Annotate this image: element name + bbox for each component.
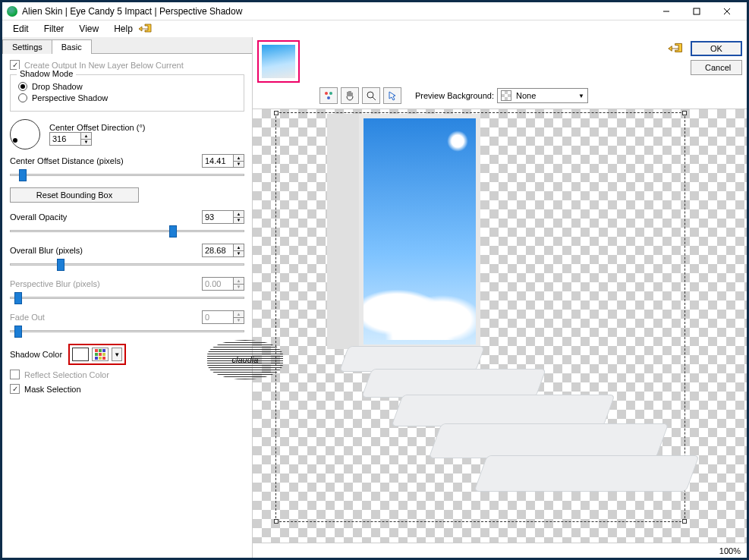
preview-bg-select[interactable]: None ▼ — [497, 88, 588, 103]
preview-stairs-graphic — [344, 346, 670, 521]
spin-up-icon[interactable]: ▲ — [81, 133, 91, 140]
radio-drop-shadow[interactable]: Drop Shadow — [18, 82, 236, 91]
reflect-selection-color-label: Reflect Selection Color — [24, 370, 109, 379]
overall-opacity-slider[interactable] — [10, 225, 244, 236]
chevron-down-icon: ▼ — [578, 93, 584, 99]
overall-blur-slider[interactable] — [10, 259, 244, 269]
window-controls — [651, 5, 742, 18]
handle-top-right[interactable] — [682, 111, 687, 115]
svg-point-4 — [325, 92, 328, 95]
overall-opacity-row: Overall Opacity ▲▼ — [10, 210, 244, 236]
spin-up-icon: ▲ — [234, 278, 244, 285]
svg-point-5 — [329, 92, 332, 95]
direction-dial[interactable] — [10, 119, 40, 149]
zoom-tool[interactable] — [362, 87, 380, 104]
center-offset-dir-label: Center Offset Direction (°) — [49, 123, 145, 132]
pointing-hand-icon — [137, 21, 157, 36]
ok-button[interactable]: OK — [691, 41, 742, 56]
svg-point-7 — [367, 92, 373, 98]
radio-drop-shadow-indicator — [18, 82, 27, 91]
spin-up-icon[interactable]: ▲ — [234, 155, 244, 162]
radio-perspective-shadow[interactable]: Perspective Shadow — [18, 93, 236, 102]
color-picker-tool[interactable] — [319, 87, 338, 104]
perspective-blur-slider — [10, 292, 244, 303]
center-offset-dist-input[interactable] — [203, 155, 233, 167]
center-offset-dir-spin: ▲▼ — [80, 133, 91, 145]
fade-out-label: Fade Out — [10, 313, 45, 322]
reset-bbox-row: Reset Bounding Box — [10, 187, 244, 203]
basic-panel: Create Output In New Layer Below Current… — [2, 54, 252, 558]
app-window: Alien Skin | Eye Candy 5 Impact | Perspe… — [0, 0, 749, 560]
window-title: Alien Skin | Eye Candy 5 Impact | Perspe… — [22, 6, 651, 17]
center-offset-dir-input[interactable] — [50, 133, 80, 145]
center-offset-dir-row: Center Offset Direction (°) ▲▼ — [10, 119, 244, 149]
spin-down-icon[interactable]: ▼ — [234, 218, 244, 224]
overall-blur-row: Overall Blur (pixels) ▲▼ — [10, 244, 244, 269]
palette-button[interactable] — [92, 348, 109, 361]
svg-rect-1 — [694, 8, 700, 14]
watermark: claudia — [207, 340, 283, 379]
cancel-button[interactable]: Cancel — [691, 60, 742, 75]
hand-tool[interactable] — [341, 87, 359, 104]
handle-bottom-right[interactable] — [682, 519, 687, 524]
spin-up-icon[interactable]: ▲ — [234, 211, 244, 218]
preview-toolbar: Preview Background: None ▼ — [253, 86, 747, 109]
overall-blur-label: Overall Blur (pixels) — [10, 246, 83, 255]
close-button[interactable] — [712, 5, 742, 18]
svg-point-6 — [327, 96, 330, 99]
create-output-label: Create Output In New Layer Below Current — [24, 61, 184, 70]
handle-top-left[interactable] — [274, 111, 279, 115]
spin-up-icon: ▲ — [234, 311, 244, 318]
spin-up-icon[interactable]: ▲ — [234, 244, 244, 251]
shadow-color-box: ▼ — [68, 344, 126, 365]
preview-bg-label: Preview Background: — [415, 91, 494, 100]
menu-view[interactable]: View — [71, 22, 106, 36]
palette-icon — [95, 349, 105, 360]
spin-down-icon: ▼ — [234, 285, 244, 291]
body: Settings Basic Create Output In New Laye… — [2, 37, 747, 558]
perspective-blur-input — [203, 278, 233, 290]
handle-bottom-left[interactable] — [274, 519, 279, 524]
tab-settings[interactable]: Settings — [2, 39, 52, 54]
radio-perspective-shadow-label: Perspective Shadow — [32, 93, 108, 102]
preview-bg-value: None — [516, 91, 536, 100]
zoom-level: 100% — [719, 546, 741, 555]
perspective-blur-row: Perspective Blur (pixels) ▲▼ — [10, 277, 244, 303]
shadow-color-label: Shadow Color — [10, 350, 62, 359]
svg-line-8 — [373, 97, 376, 100]
overall-opacity-label: Overall Opacity — [10, 212, 67, 222]
shadow-color-swatch[interactable] — [72, 348, 89, 361]
minimize-button[interactable] — [651, 5, 681, 18]
transparency-icon — [501, 90, 511, 101]
menu-help[interactable]: Help — [106, 22, 140, 36]
left-panel: Settings Basic Create Output In New Laye… — [2, 37, 253, 558]
center-offset-dist-row: Center Offset Distance (pixels) ▲▼ — [10, 154, 244, 180]
tab-basic[interactable]: Basic — [52, 39, 92, 54]
reset-bounding-box-button[interactable]: Reset Bounding Box — [10, 187, 139, 203]
pointer-tool[interactable] — [383, 87, 401, 104]
dialog-buttons: OK Cancel — [669, 40, 742, 75]
spin-down-icon[interactable]: ▼ — [81, 140, 91, 146]
right-panel: OK Cancel Preview Background: None ▼ — [253, 37, 747, 558]
spin-down-icon[interactable]: ▼ — [234, 162, 244, 168]
shadow-mode-group: Shadow Mode Drop Shadow Perspective Shad… — [10, 74, 244, 112]
overall-opacity-input[interactable] — [203, 211, 233, 223]
menu-filter[interactable]: Filter — [36, 22, 72, 36]
menu-edit[interactable]: Edit — [5, 22, 36, 36]
shadow-mode-group-title: Shadow Mode — [17, 69, 76, 78]
center-offset-dist-spinner: ▲▼ — [202, 154, 244, 168]
shadow-color-dropdown[interactable]: ▼ — [112, 348, 122, 361]
center-offset-dist-slider[interactable] — [10, 169, 244, 180]
perspective-blur-label: Perspective Blur (pixels) — [10, 279, 100, 288]
mask-selection-checkbox[interactable] — [10, 384, 20, 394]
radio-drop-shadow-label: Drop Shadow — [32, 82, 83, 91]
fade-out-input — [203, 311, 233, 323]
pointing-hand-icon — [666, 40, 689, 57]
overall-blur-input[interactable] — [203, 244, 233, 256]
spin-down-icon[interactable]: ▼ — [234, 251, 244, 257]
preview-canvas[interactable] — [253, 109, 747, 543]
thumbnail-preview[interactable] — [257, 40, 300, 83]
maximize-button[interactable] — [681, 5, 712, 18]
mask-selection-label: Mask Selection — [24, 385, 81, 394]
reflect-selection-color-checkbox — [10, 370, 20, 379]
